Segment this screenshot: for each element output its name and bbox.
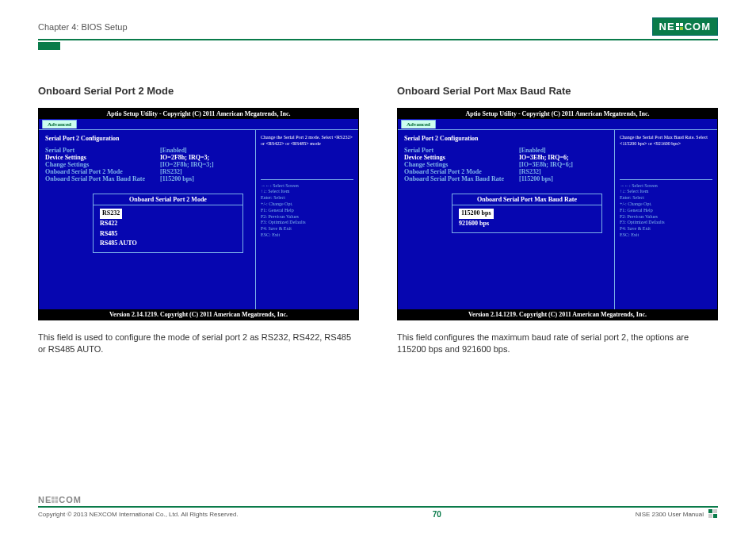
- svg-rect-0: [676, 23, 679, 26]
- popup-body-left: RS232RS422RS485RS485 AUTO: [94, 205, 242, 252]
- footer-squares-icon: [708, 509, 718, 519]
- bios-row-value: [RS232]: [160, 168, 182, 175]
- bios-row-label: Device Settings: [404, 154, 519, 161]
- footer-manual-name: NISE 2300 User Manual: [636, 511, 704, 518]
- bios-key-hint: Enter: Select: [261, 195, 353, 201]
- bios-titlebar: Aptio Setup Utility - Copyright (C) 2011…: [39, 109, 358, 119]
- popup-body-right: 115200 bps921600 bps: [452, 205, 601, 232]
- bios-key-hint: ESC: Exit: [261, 232, 353, 239]
- bios-help-divider: [261, 179, 353, 180]
- bios-key-hint: →←: Select Screen: [261, 183, 353, 190]
- bios-key-hint: ↑↓: Select Item: [620, 189, 712, 195]
- bios-rows-left: Serial Port[Enabled]Device SettingsIO=2F…: [45, 147, 249, 182]
- divider-bottom: [38, 506, 718, 508]
- bios-key-hint: ↑↓: Select Item: [261, 189, 353, 195]
- bios-popup-right: Onboard Serial Port Max Baud Rate 115200…: [452, 194, 602, 233]
- bios-key-hint: F4: Save & Exit: [620, 226, 712, 232]
- divider-top: [38, 39, 718, 40]
- bios-tab-row: Advanced: [398, 119, 717, 130]
- footer-copyright: Copyright © 2013 NEXCOM International Co…: [38, 511, 239, 518]
- popup-option[interactable]: RS422: [100, 219, 236, 229]
- popup-option[interactable]: 921600 bps: [459, 219, 595, 229]
- bios-section-heading: Serial Port 2 Configuration: [45, 135, 249, 142]
- svg-rect-7: [55, 500, 59, 503]
- svg-rect-8: [708, 509, 712, 513]
- popup-option[interactable]: RS485 AUTO: [100, 239, 236, 249]
- bios-version-bar: Version 2.14.1219. Copyright (C) 2011 Am…: [398, 309, 717, 320]
- bios-help-text: Change the Serial Port Max Baud Rate. Se…: [620, 135, 712, 148]
- bios-row-value: [RS232]: [519, 168, 541, 175]
- bios-key-hint: F3: Optimized Defaults: [620, 220, 712, 226]
- bios-row-value: [Enabled]: [160, 147, 187, 154]
- section-title-left: Onboard Serial Port 2 Mode: [38, 85, 359, 97]
- bios-row: Onboard Serial Port 2 Mode[RS232]: [404, 168, 608, 175]
- popup-option[interactable]: 115200 bps: [459, 209, 595, 219]
- bios-key-hint: ESC: Exit: [620, 232, 712, 239]
- bios-keys-right: →←: Select Screen↑↓: Select ItemEnter: S…: [620, 183, 712, 239]
- svg-rect-10: [708, 514, 712, 518]
- bios-help-divider: [620, 179, 712, 180]
- svg-rect-3: [680, 27, 683, 30]
- bios-tab-advanced: Advanced: [42, 120, 77, 128]
- popup-title: Onboard Serial Port 2 Mode: [94, 194, 242, 205]
- svg-rect-2: [676, 27, 679, 30]
- bios-section-heading: Serial Port 2 Configuration: [404, 135, 608, 142]
- svg-rect-5: [55, 497, 59, 500]
- description-right: This field configures the maximum baud r…: [397, 332, 718, 356]
- bios-key-hint: F1: General Help: [620, 208, 712, 214]
- svg-rect-9: [713, 509, 717, 513]
- bios-key-hint: +/-: Change Opt.: [261, 201, 353, 208]
- bios-row: Serial Port[Enabled]: [45, 147, 249, 154]
- left-column: Onboard Serial Port 2 Mode Aptio Setup U…: [38, 85, 359, 356]
- bios-screenshot-left: Aptio Setup Utility - Copyright (C) 2011…: [38, 108, 359, 320]
- bios-row-label: Onboard Serial Port 2 Mode: [404, 168, 519, 175]
- bios-key-hint: F2: Previous Values: [620, 214, 712, 220]
- bios-row: Onboard Serial Port 2 Mode[RS232]: [45, 168, 249, 175]
- bios-key-hint: F2: Previous Values: [261, 214, 353, 220]
- svg-rect-1: [680, 23, 683, 26]
- section-title-right: Onboard Serial Port Max Baud Rate: [397, 85, 718, 97]
- logo-nexcom: NECOM: [652, 17, 718, 36]
- svg-rect-4: [52, 497, 55, 500]
- bios-version-bar: Version 2.14.1219. Copyright (C) 2011 Am…: [39, 309, 358, 320]
- bios-keys-left: →←: Select Screen↑↓: Select ItemEnter: S…: [261, 183, 353, 239]
- page-number: 70: [433, 510, 441, 519]
- bios-row-value: IO=3E8h; IRQ=6;: [519, 154, 569, 161]
- bios-row-label: Change Settings: [45, 161, 160, 168]
- bios-key-hint: +/-: Change Opt.: [620, 201, 712, 208]
- bios-row: Serial Port[Enabled]: [404, 147, 608, 154]
- popup-option[interactable]: RS232: [100, 209, 236, 219]
- bios-row-label: Onboard Serial Port 2 Mode: [45, 168, 160, 175]
- bios-key-hint: F1: General Help: [261, 208, 353, 214]
- bios-row-value: [Enabled]: [519, 147, 546, 154]
- bios-tab-row: Advanced: [39, 119, 358, 130]
- right-column: Onboard Serial Port Max Baud Rate Aptio …: [397, 85, 718, 356]
- bios-titlebar: Aptio Setup Utility - Copyright (C) 2011…: [398, 109, 717, 119]
- bios-row: Change Settings[IO=3E8h; IRQ=6;]: [404, 161, 608, 168]
- bios-row: Change Settings[IO=2F8h; IRQ=3;]: [45, 161, 249, 168]
- popup-title: Onboard Serial Port Max Baud Rate: [452, 194, 601, 205]
- svg-rect-11: [713, 514, 717, 518]
- bios-rows-right: Serial Port[Enabled]Device SettingsIO=3E…: [404, 147, 608, 182]
- chapter-label: Chapter 4: BIOS Setup: [38, 22, 128, 32]
- bios-row: Onboard Serial Port Max Baud Rate[115200…: [45, 175, 249, 182]
- bios-row-value: [IO=3E8h; IRQ=6;]: [519, 161, 573, 168]
- bios-row: Device SettingsIO=2F8h; IRQ=3;: [45, 154, 249, 161]
- bios-row-value: [115200 bps]: [160, 175, 194, 182]
- bios-row: Device SettingsIO=3E8h; IRQ=6;: [404, 154, 608, 161]
- bios-row-label: Onboard Serial Port Max Baud Rate: [404, 175, 519, 182]
- bios-key-hint: Enter: Select: [620, 195, 712, 201]
- footer-logo-nexcom: NECOM: [38, 495, 82, 504]
- bios-row-value: [115200 bps]: [519, 175, 553, 182]
- bios-key-hint: →←: Select Screen: [620, 183, 712, 190]
- bios-row-label: Device Settings: [45, 154, 160, 161]
- bios-row-value: IO=2F8h; IRQ=3;: [160, 154, 209, 161]
- bios-popup-left: Onboard Serial Port 2 Mode RS232RS422RS4…: [93, 194, 243, 253]
- page-tab-mark: [38, 42, 60, 50]
- description-left: This field is used to configure the mode…: [38, 332, 359, 356]
- popup-option[interactable]: RS485: [100, 229, 236, 240]
- bios-row-label: Onboard Serial Port Max Baud Rate: [45, 175, 160, 182]
- bios-help-text: Change the Serial Port 2 mode. Select <R…: [261, 135, 353, 148]
- bios-screenshot-right: Aptio Setup Utility - Copyright (C) 2011…: [397, 108, 718, 320]
- bios-tab-advanced: Advanced: [401, 120, 436, 128]
